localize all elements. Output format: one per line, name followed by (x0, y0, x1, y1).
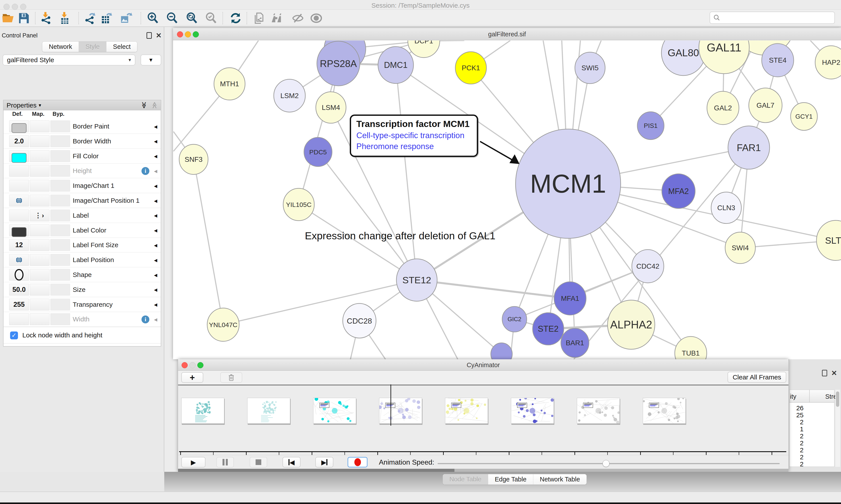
expand-left-icon[interactable]: ◂ (154, 119, 157, 134)
expand-left-icon[interactable]: ◂ (154, 312, 157, 327)
node-SLT2[interactable]: SLT2 (817, 220, 841, 260)
bypass-cell[interactable] (50, 150, 70, 162)
property-row-label-color[interactable]: Label Color◂ (3, 223, 161, 238)
bypass-cell[interactable] (50, 299, 70, 310)
node-CDC28[interactable]: CDC28 (343, 303, 376, 338)
node-LSM4[interactable]: LSM4 (316, 92, 346, 123)
node-DMC1[interactable]: DMC1 (378, 47, 413, 84)
annotation-link[interactable]: Pheromone response (356, 142, 471, 151)
bypass-cell[interactable] (50, 135, 70, 147)
bypass-cell[interactable] (50, 121, 70, 132)
expand-left-icon[interactable]: ◂ (154, 252, 157, 267)
bypass-cell[interactable] (50, 254, 70, 266)
speed-slider-thumb[interactable] (603, 460, 609, 467)
pause-button[interactable] (216, 457, 234, 467)
chevron-down-icon[interactable]: ▾ (39, 103, 41, 108)
property-row-shape[interactable]: Shape◂ (3, 267, 161, 282)
frame-thumbnail-0[interactable] (181, 398, 224, 424)
playhead[interactable] (391, 384, 391, 426)
mapping-cell[interactable] (30, 254, 50, 266)
mapping-cell[interactable] (30, 135, 50, 147)
node-GAL7[interactable]: GAL7 (749, 88, 782, 123)
expand-left-icon[interactable]: ◂ (154, 178, 157, 193)
expand-left-icon[interactable]: ◂ (154, 237, 157, 252)
node-MTH1[interactable]: MTH1 (214, 68, 245, 100)
save-session-icon[interactable] (17, 12, 30, 25)
default-value-cell[interactable] (9, 121, 29, 132)
zoom-in-icon[interactable] (146, 12, 159, 25)
node-PCK1[interactable]: PCK1 (455, 52, 486, 84)
record-button[interactable] (347, 457, 368, 467)
property-row-image-chart-position-1[interactable]: Image/Chart Position 1◂ (3, 193, 161, 208)
mapping-cell[interactable] (30, 150, 50, 162)
node-MFA1[interactable]: MFA1 (554, 282, 586, 315)
property-row-label-font-size[interactable]: 12Label Font Size◂ (3, 237, 161, 252)
mapping-cell[interactable] (30, 180, 50, 192)
property-row-border-paint[interactable]: Border Paint◂ (3, 119, 161, 134)
style-selector[interactable]: galFiltered Style ▾ (3, 55, 135, 66)
import-table-icon[interactable] (59, 12, 72, 25)
export-image-icon[interactable] (120, 12, 133, 25)
default-value-cell[interactable] (9, 313, 29, 325)
property-row-image-chart-1[interactable]: Image/Chart 1◂ (3, 178, 161, 193)
expand-left-icon[interactable]: ◂ (154, 163, 157, 178)
info-icon[interactable]: i (142, 316, 149, 323)
default-value-cell[interactable] (9, 150, 29, 162)
next-frame-button[interactable]: ▶ (315, 457, 333, 467)
default-value-cell[interactable] (9, 210, 29, 221)
close-panel-icon[interactable]: ✕ (156, 32, 162, 39)
property-row-height[interactable]: Heighti◂ (3, 163, 161, 178)
node-GIC2[interactable]: GIC2 (502, 307, 527, 332)
mapping-cell[interactable] (30, 195, 50, 206)
zoom-fit-icon[interactable] (185, 12, 198, 25)
style-options-button[interactable]: ▼ (141, 55, 161, 66)
frame-thumbnail-3[interactable] (379, 398, 422, 424)
tab-edge-table[interactable]: Edge Table (488, 474, 533, 485)
mapping-cell[interactable] (30, 165, 50, 177)
property-row-width[interactable]: Widthi◂ (3, 312, 161, 327)
tab-select[interactable]: Select (106, 41, 137, 52)
frame-thumbnail-1[interactable] (247, 398, 290, 424)
node-RPS28A[interactable]: RPS28A (317, 41, 360, 86)
info-icon[interactable]: i (142, 167, 149, 175)
mapping-cell[interactable] (30, 239, 50, 251)
node-SWI5[interactable]: SWI5 (575, 52, 605, 84)
property-row-size[interactable]: 50.0Size◂ (3, 282, 161, 297)
mcm1-annotation[interactable]: Transcription factor MCM1Cell-type-speci… (350, 114, 478, 157)
previous-frame-button[interactable]: ◀ (283, 457, 301, 467)
delete-frame-button[interactable] (220, 372, 242, 383)
node-smallP[interactable] (491, 343, 512, 359)
node-HAP2[interactable]: HAP2 (815, 46, 841, 79)
property-row-fill-color[interactable]: Fill Color◂ (3, 149, 161, 164)
node-CDC42[interactable]: CDC42 (632, 250, 664, 283)
import-network-icon[interactable] (40, 12, 53, 25)
bypass-cell[interactable] (50, 269, 70, 281)
node-PDC5[interactable]: PDC5 (304, 137, 332, 166)
bypass-cell[interactable] (50, 224, 70, 236)
float-panel-icon[interactable] (822, 370, 827, 376)
tab-style[interactable]: Style (79, 41, 106, 52)
column-divider[interactable] (809, 390, 810, 402)
cyanimator-titlebar[interactable]: CyAnimator (178, 359, 788, 371)
open-session-icon[interactable] (1, 12, 15, 25)
node-STE12[interactable]: STE12 (396, 259, 437, 301)
export-table-icon[interactable] (100, 12, 113, 25)
default-value-cell[interactable] (9, 224, 29, 236)
expand-left-icon[interactable]: ◂ (154, 282, 157, 297)
tab-network[interactable]: Network (42, 41, 79, 52)
node-MCM1[interactable]: MCM1 (516, 129, 621, 238)
bypass-cell[interactable] (50, 180, 70, 192)
expand-left-icon[interactable]: ◂ (154, 267, 157, 282)
node-DCP1[interactable]: DCP1 (408, 40, 440, 58)
default-value-cell[interactable] (9, 165, 29, 177)
network-window-titlebar[interactable]: galFiltered.sif (173, 28, 841, 40)
frame-thumbnail-5[interactable] (511, 398, 554, 424)
property-row-border-width[interactable]: 2.0Border Width◂ (3, 134, 161, 149)
close-panel-icon[interactable]: ✕ (831, 370, 837, 376)
float-panel-icon[interactable] (146, 32, 152, 39)
expand-left-icon[interactable]: ◂ (154, 134, 157, 149)
node-TUB1[interactable]: TUB1 (675, 337, 707, 359)
add-frame-button[interactable]: + (181, 372, 203, 383)
collapse-all-icon[interactable]: ≫ (150, 102, 158, 109)
node-FAR1[interactable]: FAR1 (728, 126, 770, 169)
